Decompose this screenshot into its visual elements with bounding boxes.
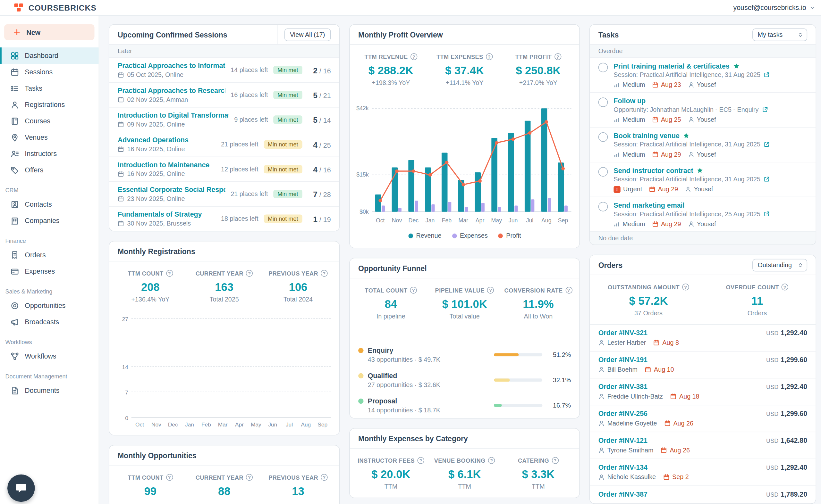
task-title[interactable]: Book training venue bbox=[613, 132, 680, 140]
session-title[interactable]: Fundamentals of Strategy bbox=[118, 210, 216, 218]
session-row[interactable]: Practical Approaches to Research and ...… bbox=[109, 83, 339, 107]
stage-detail: 14 opportunities · $ 18.7K bbox=[368, 407, 494, 414]
person-icon bbox=[598, 447, 605, 453]
external-link-icon[interactable] bbox=[762, 106, 768, 113]
order-details: Tyrone Smitham Aug 26 bbox=[598, 446, 807, 454]
sidebar-item-registrations[interactable]: Registrations bbox=[0, 96, 99, 113]
session-row[interactable]: Advanced Operations 16 Nov 2025, Online … bbox=[109, 132, 339, 157]
help-icon[interactable] bbox=[551, 457, 558, 464]
sidebar-item-venues[interactable]: Venues bbox=[0, 129, 99, 145]
help-icon[interactable] bbox=[321, 270, 328, 277]
order-row[interactable]: Order #INV-121 USD1,642.80 Tyrone Smitha… bbox=[590, 432, 816, 459]
column-3: Tasks My tasks Overdue Print tr bbox=[589, 24, 816, 504]
help-icon[interactable] bbox=[166, 474, 173, 481]
sidebar-item-opportunities[interactable]: Opportunities bbox=[0, 297, 99, 314]
session-title[interactable]: Advanced Operations bbox=[118, 136, 216, 144]
task-checkbox[interactable] bbox=[598, 202, 608, 211]
person-icon bbox=[598, 393, 605, 400]
task-checkbox[interactable] bbox=[598, 63, 608, 72]
help-icon[interactable] bbox=[488, 457, 495, 464]
order-row[interactable]: Order #INV-321 USD1,292.40 Lester Harber… bbox=[590, 325, 816, 351]
sidebar-item-courses[interactable]: Courses bbox=[0, 113, 99, 129]
star-icon[interactable] bbox=[683, 132, 690, 139]
external-link-icon[interactable] bbox=[764, 141, 770, 148]
external-link-icon[interactable] bbox=[764, 211, 770, 217]
session-title[interactable]: Practical Approaches to Information T... bbox=[118, 62, 226, 70]
help-icon[interactable] bbox=[782, 284, 788, 290]
session-row[interactable]: Introduction to Maintenance 16 Nov 2025,… bbox=[109, 157, 339, 182]
sidebar-item-expenses[interactable]: Expenses bbox=[0, 263, 99, 279]
session-row[interactable]: Introduction to Digital Transformation 0… bbox=[109, 108, 339, 132]
external-link-icon[interactable] bbox=[764, 176, 770, 182]
task-checkbox[interactable] bbox=[598, 167, 608, 177]
sidebar-item-companies[interactable]: Companies bbox=[0, 212, 99, 229]
help-icon[interactable] bbox=[417, 457, 424, 464]
session-row[interactable]: Practical Approaches to Information T...… bbox=[109, 58, 339, 83]
sidebar-item-offers[interactable]: Offers bbox=[0, 162, 99, 178]
star-icon[interactable] bbox=[697, 167, 703, 174]
order-number[interactable]: Order #INV-256 bbox=[598, 409, 648, 417]
task-title[interactable]: Send instructor contract bbox=[613, 167, 693, 175]
person-icon bbox=[688, 151, 694, 158]
tasks-filter-select[interactable]: My tasks bbox=[752, 28, 807, 41]
x-axis-label: Sep bbox=[314, 421, 331, 428]
task-title[interactable]: Follow up bbox=[613, 97, 646, 105]
order-number[interactable]: Order #INV-191 bbox=[598, 356, 648, 364]
star-icon[interactable] bbox=[733, 63, 740, 70]
help-icon[interactable] bbox=[410, 287, 417, 294]
person-icon bbox=[598, 366, 605, 373]
sidebar-item-tasks[interactable]: Tasks bbox=[0, 80, 99, 96]
funnel-stats: TOTAL COUNT 84 In pipeline PIPELINE VALU… bbox=[350, 278, 579, 327]
order-row[interactable]: Order #INV-381 USD1,292.40 Freddie Ullri… bbox=[590, 378, 816, 405]
card-title: Opportunity Funnel bbox=[358, 264, 427, 272]
order-number[interactable]: Order #INV-121 bbox=[598, 436, 648, 444]
task-title[interactable]: Send marketing email bbox=[613, 201, 684, 209]
session-title[interactable]: Introduction to Maintenance bbox=[118, 161, 216, 169]
task-assignee: Yousef bbox=[685, 186, 713, 193]
session-title[interactable]: Introduction to Digital Transformation bbox=[118, 111, 229, 119]
sidebar-item-broadcasts[interactable]: Broadcasts bbox=[0, 314, 99, 330]
order-row[interactable]: Order #INV-256 USD1,299.60 Madeline Goye… bbox=[590, 405, 816, 432]
order-row[interactable]: Order #INV-134 USD1,292.40 Nichole Kassu… bbox=[590, 459, 816, 486]
orders-filter-select[interactable]: Outstanding bbox=[752, 259, 807, 271]
x-axis-label: Jun bbox=[264, 421, 281, 428]
order-number[interactable]: Order #INV-321 bbox=[598, 329, 648, 337]
sidebar-item-sessions[interactable]: Sessions bbox=[0, 64, 99, 80]
sidebar-item-documents[interactable]: Documents bbox=[0, 382, 99, 399]
help-icon[interactable] bbox=[565, 287, 572, 294]
sidebar-item-dashboard[interactable]: Dashboard bbox=[0, 47, 99, 64]
help-icon[interactable] bbox=[166, 270, 173, 277]
session-row[interactable]: Essential Corporate Social Responsibili.… bbox=[109, 182, 339, 207]
help-icon[interactable] bbox=[246, 270, 253, 277]
view-all-button[interactable]: View All (17) bbox=[284, 28, 331, 41]
sidebar-item-orders[interactable]: Orders bbox=[0, 247, 99, 263]
order-number[interactable]: Order #INV-387 bbox=[598, 490, 648, 498]
sidebar-item-instructors[interactable]: Instructors bbox=[0, 145, 99, 162]
card-title: Tasks bbox=[598, 30, 619, 39]
help-icon[interactable] bbox=[410, 53, 417, 60]
external-link-icon[interactable] bbox=[764, 72, 770, 78]
sidebar-item-workflows[interactable]: Workflows bbox=[0, 348, 99, 364]
session-title[interactable]: Practical Approaches to Research and ... bbox=[118, 87, 226, 95]
task-checkbox[interactable] bbox=[598, 97, 608, 107]
task-checkbox[interactable] bbox=[598, 132, 608, 142]
order-number[interactable]: Order #INV-134 bbox=[598, 463, 648, 471]
order-row[interactable]: Order #INV-387 USD1,789.20 bbox=[590, 486, 816, 503]
task-due-date: Aug 29 bbox=[649, 186, 678, 193]
session-row[interactable]: Fundamentals of Strategy 30 Nov 2025, Br… bbox=[109, 207, 339, 231]
help-icon[interactable] bbox=[486, 53, 493, 60]
person-icon bbox=[598, 420, 605, 426]
task-title[interactable]: Print training material & certificates bbox=[613, 62, 729, 70]
user-menu[interactable]: yousef@coursebricks.io bbox=[733, 4, 816, 12]
order-row[interactable]: Order #INV-191 USD1,299.60 Bill Boehm Au… bbox=[590, 351, 816, 378]
help-icon[interactable] bbox=[246, 474, 253, 481]
help-icon[interactable] bbox=[487, 287, 494, 294]
help-icon[interactable] bbox=[321, 474, 328, 481]
session-title[interactable]: Essential Corporate Social Responsibili.… bbox=[118, 186, 226, 194]
help-icon[interactable] bbox=[682, 284, 689, 290]
help-icon[interactable] bbox=[554, 53, 561, 60]
order-number[interactable]: Order #INV-381 bbox=[598, 383, 648, 391]
sidebar-item-contacts[interactable]: Contacts bbox=[0, 196, 99, 212]
new-button[interactable]: New bbox=[4, 24, 94, 40]
chat-fab[interactable] bbox=[7, 475, 35, 502]
